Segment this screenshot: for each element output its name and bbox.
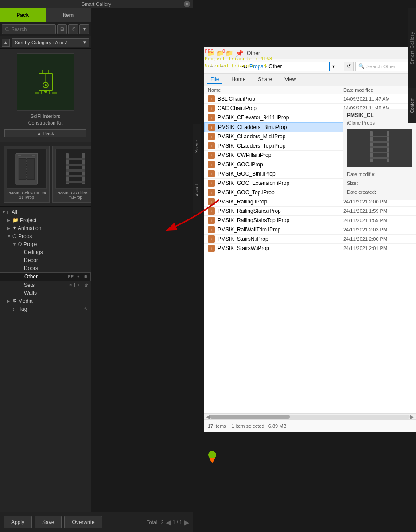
pack-thumbnail [17, 53, 74, 111]
table-row[interactable]: i PMSIK_RailingStairsTop.iProp 24/11/202… [204, 216, 416, 225]
tree-item-media[interactable]: ▶ ⚙ Media [0, 297, 91, 305]
next-page-button[interactable]: ▶ [184, 518, 189, 527]
left-panel: Pack Item ⊟ ↺ ▾ ▲ Sort by Category : A t… [0, 8, 91, 532]
item-thumbnail [7, 149, 47, 189]
add-button[interactable]: + [75, 274, 82, 280]
add-button-sets[interactable]: + [76, 282, 82, 288]
table-row[interactable]: i BSL Chair.iProp 14/09/2021 11:47 AM [204, 94, 416, 104]
prev-page-button[interactable]: ◀ [166, 518, 171, 527]
file-name: PMSIK_RailingStairsTop.iProp [218, 217, 343, 223]
table-row[interactable]: i PMSIK_StairsN.iProp 24/11/2021 2:00 PM [204, 235, 416, 244]
rename-button-sets[interactable]: RE] [69, 282, 75, 288]
sort-dropdown[interactable]: Sort by Category : A to Z ▾ [12, 38, 89, 47]
tree-item-walls[interactable]: ▶ Walls [0, 289, 91, 297]
tree-item-project[interactable]: ▶ 📁 Project [0, 216, 91, 224]
file-date: 24/11/2021 2:03 PM [343, 227, 412, 232]
file-name: PMSIK_RailingStairs.iProp [218, 208, 343, 214]
col-name[interactable]: Name [208, 87, 343, 93]
content-label: Content [410, 98, 415, 113]
svg-rect-24 [66, 175, 85, 177]
svg-rect-15 [19, 159, 26, 179]
scroll-left[interactable]: ◀ [206, 414, 210, 420]
tree-item-all[interactable]: ▼ □ All [0, 208, 91, 216]
tree-item-ceilings[interactable]: ▶ Ceilings [0, 248, 91, 256]
file-name: BSL Chair.iProp [218, 96, 343, 102]
tree-item-animation[interactable]: ▶ ✦ Animation [0, 224, 91, 232]
file-name: PMSIK_GOC_Top.iProp [218, 189, 343, 196]
list-item[interactable]: PMSIK_CElevator_9411.iProp [4, 146, 50, 203]
delete-button-sets[interactable]: 🗑 [83, 282, 89, 288]
scroll-track[interactable] [210, 415, 410, 419]
tree-expand-arrow: ▼ [12, 242, 17, 246]
fe-scrollbar[interactable]: ◀ ▶ [204, 413, 416, 419]
tree-item-sets[interactable]: ▶ Sets RE] + 🗑 [0, 281, 91, 289]
file-count: 17 items [208, 423, 226, 429]
fe-search-placeholder: Search Other [366, 64, 395, 69]
scroll-right[interactable]: ▶ [410, 414, 414, 420]
table-row[interactable]: i PMSIK_RailingStairs.iProp 24/11/2021 1… [204, 207, 416, 216]
nav-up-button[interactable]: ▲ [2, 39, 10, 47]
smart-gallery-tab[interactable]: Smart Gallery [408, 8, 416, 88]
tree-item-decor[interactable]: ▶ Decor [0, 256, 91, 264]
tab-item[interactable]: Item [46, 8, 91, 22]
file-name: PMSIK_CElevator_9411.iProp [218, 114, 343, 121]
back-button[interactable]: ▲ Back [4, 129, 86, 137]
fe-search-box[interactable]: 🔍 Search Other [355, 62, 413, 71]
tree-item-tag[interactable]: ▶ 🏷 Tag ✎ [0, 305, 91, 313]
file-tree: ▼ □ All ▶ 📁 Project ▶ ✦ Animation ▼ ⬡ Pr… [0, 206, 91, 315]
svg-rect-21 [66, 158, 85, 160]
close-button[interactable]: × [184, 1, 190, 7]
svg-rect-17 [18, 155, 21, 156]
ribbon-tab-file[interactable]: File [207, 75, 222, 84]
svg-rect-28 [370, 136, 389, 137]
pack-icon [30, 66, 61, 98]
total-label: Total : 2 [147, 520, 164, 525]
svg-rect-23 [66, 169, 85, 172]
ribbon-tab-view[interactable]: View [281, 75, 299, 84]
file-icon: i [208, 170, 215, 177]
title-bar: Smart Gallery × [0, 0, 193, 8]
apply-button[interactable]: Apply [4, 516, 32, 528]
selected-triangle: Selected Triangle : 0 [205, 63, 272, 70]
tree-item-doors[interactable]: ▶ Doors [0, 264, 91, 272]
dropdown-btn[interactable]: ▾ [332, 63, 341, 70]
file-icon: i [208, 142, 215, 149]
tree-label-doors: Doors [24, 265, 89, 271]
table-row[interactable]: i PMSIK_StairsW.iProp 24/11/2021 2:01 PM [204, 244, 416, 253]
search-wrapper[interactable] [2, 24, 56, 34]
file-icon: i [208, 152, 215, 159]
rename-button[interactable]: RE] [68, 274, 74, 280]
scroll-thumb[interactable] [210, 415, 290, 419]
fps-label: FPS : 0 [205, 48, 272, 55]
filter-button[interactable]: ⊟ [57, 24, 67, 34]
file-icon: i [208, 105, 215, 112]
ribbon-tab-share[interactable]: Share [254, 75, 276, 84]
tree-item-props-sub[interactable]: ▼ ⬡ Props [0, 240, 91, 248]
overwrite-button[interactable]: Overwrite [64, 516, 102, 528]
delete-button[interactable]: 🗑 [82, 274, 89, 280]
col-date[interactable]: Date modified [343, 87, 412, 93]
project-triangle: Project Triangle : 4168 [205, 55, 272, 63]
file-name: PMSIK_CWPillar.iProp [218, 152, 343, 158]
menu-button[interactable]: ▾ [79, 24, 89, 34]
media-icon: ⚙ [12, 298, 17, 304]
tree-item-other[interactable]: ▶ Other RE] + 🗑 [0, 272, 91, 281]
visual-tab[interactable]: Visual [193, 168, 201, 213]
list-item[interactable]: PMSIK_CLadders_Btm.iProp [52, 146, 91, 203]
content-tab[interactable]: Content [408, 88, 416, 123]
fe-refresh-button[interactable]: ↺ [344, 62, 354, 71]
tab-pack[interactable]: Pack [0, 8, 46, 22]
svg-rect-10 [35, 92, 39, 94]
pack-item-tabbar: Pack Item [0, 8, 91, 22]
fe-preview-panel: PMSIK_CL iClone Props Date modifie: Size… [343, 109, 416, 200]
edit-tag-button[interactable]: ✎ [83, 306, 89, 312]
save-button[interactable]: Save [35, 516, 62, 528]
search-input[interactable] [11, 27, 53, 32]
scene-tab[interactable]: Scene [193, 124, 201, 168]
ribbon-tab-home[interactable]: Home [228, 75, 249, 84]
tree-item-props[interactable]: ▼ ⬡ Props [0, 232, 91, 240]
refresh-button[interactable]: ↺ [68, 24, 78, 34]
search-bar: ⊟ ↺ ▾ [0, 22, 91, 36]
tree-label-decor: Decor [24, 257, 89, 263]
table-row[interactable]: i PMSIK_RailWallTrim.iProp 24/11/2021 2:… [204, 225, 416, 235]
